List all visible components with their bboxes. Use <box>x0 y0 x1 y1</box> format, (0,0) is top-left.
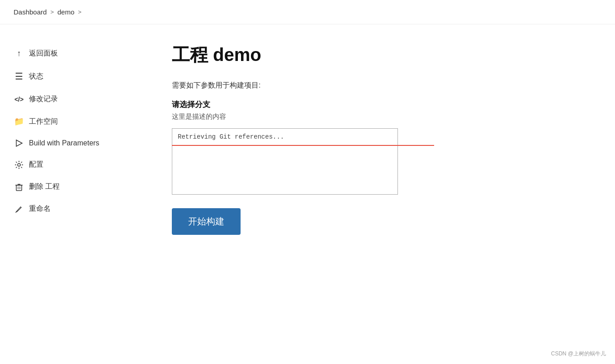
sidebar-item-config-label: 配置 <box>29 160 43 169</box>
sidebar-item-rename[interactable]: 重命名 <box>14 198 131 220</box>
sidebar-item-delete[interactable]: 删除 工程 <box>14 176 131 198</box>
breadcrumb-demo[interactable]: demo <box>57 8 75 16</box>
sidebar-item-changes[interactable]: </> 修改记录 <box>14 88 131 110</box>
svg-point-1 <box>18 163 20 166</box>
git-reference-text: Retrieving Git references... <box>172 128 398 145</box>
sidebar-item-workspace-label: 工作空间 <box>29 117 58 126</box>
sidebar-item-workspace[interactable]: 📁 工作空间 <box>14 110 131 133</box>
sidebar-item-rename-label: 重命名 <box>29 204 51 214</box>
sidebar-item-status-label: 状态 <box>29 72 43 81</box>
build-icon <box>14 139 24 147</box>
main-layout: ↑ 返回面板 ☰ 状态 </> 修改记录 📁 工作空间 Build with P… <box>0 24 615 235</box>
svg-rect-2 <box>16 185 22 191</box>
back-icon: ↑ <box>14 49 24 58</box>
sidebar-item-status[interactable]: ☰ 状态 <box>14 65 131 88</box>
breadcrumb: Dashboard > demo > <box>0 0 615 24</box>
sidebar: ↑ 返回面板 ☰ 状态 </> 修改记录 📁 工作空间 Build with P… <box>0 42 145 235</box>
content-description: 需要如下参数用于构建项目: <box>172 81 588 90</box>
sidebar-item-build[interactable]: Build with Parameters <box>14 133 131 154</box>
start-build-button[interactable]: 开始构建 <box>172 208 241 235</box>
watermark: CSDN @上树的蜗牛儿 <box>551 350 606 358</box>
breadcrumb-sep-1: > <box>50 9 54 15</box>
git-reference-container: Retrieving Git references... <box>172 128 398 195</box>
workspace-icon: 📁 <box>14 117 24 126</box>
content-area: 工程 demo 需要如下参数用于构建项目: 请选择分支 这里是描述的内容 Ret… <box>145 42 615 235</box>
svg-marker-0 <box>16 140 22 146</box>
param-label: 请选择分支 <box>172 99 588 110</box>
status-icon: ☰ <box>14 71 24 82</box>
param-desc: 这里是描述的内容 <box>172 112 588 121</box>
config-icon <box>14 160 24 169</box>
sidebar-item-changes-label: 修改记录 <box>29 94 58 104</box>
sidebar-item-back[interactable]: ↑ 返回面板 <box>14 42 131 65</box>
changes-icon: </> <box>14 96 24 103</box>
git-reference-bottom[interactable] <box>172 145 398 195</box>
page-title: 工程 demo <box>172 42 588 67</box>
rename-icon <box>14 205 24 214</box>
red-annotation-line <box>172 145 434 146</box>
sidebar-item-back-label: 返回面板 <box>29 49 58 58</box>
delete-icon <box>14 182 24 191</box>
sidebar-item-delete-label: 删除 工程 <box>29 182 60 191</box>
breadcrumb-sep-2: > <box>78 9 82 15</box>
breadcrumb-dashboard[interactable]: Dashboard <box>14 8 47 16</box>
sidebar-item-build-label: Build with Parameters <box>29 139 99 147</box>
sidebar-item-config[interactable]: 配置 <box>14 154 131 176</box>
